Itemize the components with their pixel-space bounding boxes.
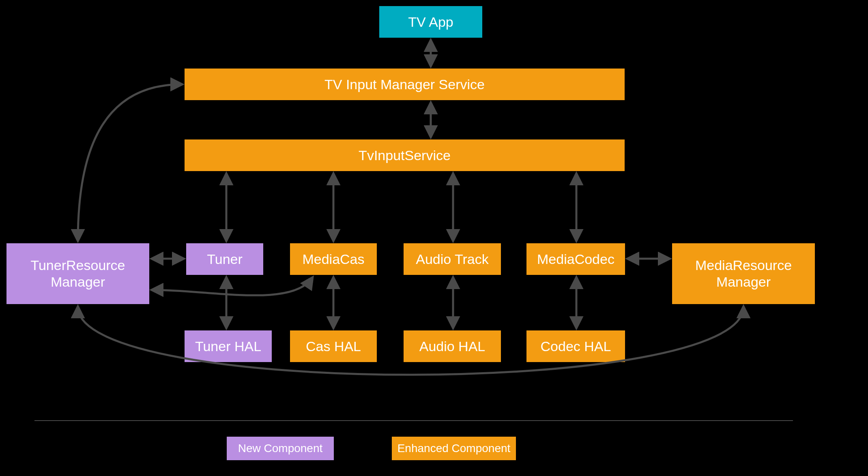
node-tuner: Tuner <box>186 243 263 275</box>
node-tuner-resource-manager-line2: Manager <box>51 274 105 290</box>
node-media-codec: MediaCodec <box>526 243 625 275</box>
node-media-resource-manager-line2: Manager <box>716 274 771 290</box>
legend-new-component: New Component <box>227 437 334 460</box>
legend-separator <box>34 420 793 421</box>
node-tv-input-service: TvInputService <box>185 139 625 171</box>
node-tuner-resource-manager: TunerResource Manager <box>6 243 149 304</box>
node-audio-hal: Audio HAL <box>404 330 501 362</box>
node-media-cas: MediaCas <box>290 243 377 275</box>
node-audio-track: Audio Track <box>404 243 501 275</box>
node-tv-input-manager-service: TV Input Manager Service <box>185 69 625 100</box>
node-tuner-hal: Tuner HAL <box>185 330 272 362</box>
node-media-resource-manager: MediaResource Manager <box>672 243 815 304</box>
node-media-resource-manager-line1: MediaResource <box>695 257 792 274</box>
node-codec-hal: Codec HAL <box>526 330 625 362</box>
node-tv-app: TV App <box>379 6 482 38</box>
node-cas-hal: Cas HAL <box>290 330 377 362</box>
node-tuner-resource-manager-line1: TunerResource <box>30 257 125 274</box>
legend-enhanced-component: Enhanced Component <box>392 437 516 460</box>
